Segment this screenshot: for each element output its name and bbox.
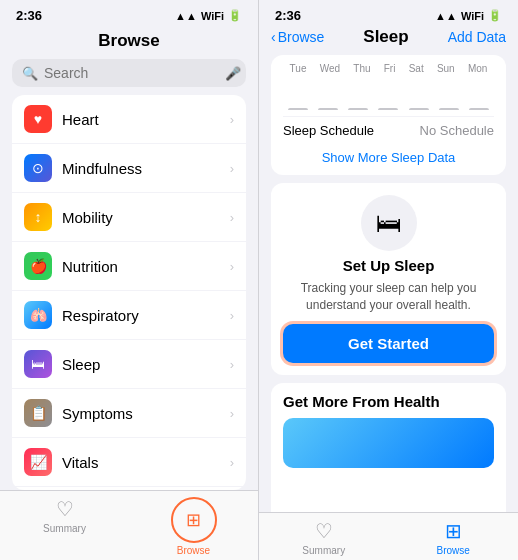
left-time: 2:36 [16,8,42,23]
right-signal-icon: ▲▲ [435,10,457,22]
right-tab-summary[interactable]: ♡ Summary [259,519,389,556]
setup-sleep-card: 🛏 Set Up Sleep Tracking your sleep can h… [271,183,506,375]
bar-tue [288,108,308,110]
sleep-chart-card: Tue Wed Thu Fri Sat Sun Mon Sleep Schedu… [271,55,506,175]
sleep-schedule-row: Sleep Schedule No Schedule [283,116,494,144]
heart-icon: ♥ [24,105,52,133]
get-more-section: Get More From Health [271,383,506,512]
right-browse-tab-icon: ⊞ [445,519,462,543]
nav-item-vitals[interactable]: 📈 Vitals › [12,438,246,487]
mindfulness-icon: ⊙ [24,154,52,182]
nav-label-nutrition: Nutrition [62,258,220,275]
back-button[interactable]: ‹ Browse [271,29,324,45]
tab-browse[interactable]: ⊞ Browse [129,497,258,556]
day-thu: Thu [353,63,370,74]
right-wifi-icon: WiFi [461,10,484,22]
bar-fri [378,108,398,110]
right-status-bar: 2:36 ▲▲ WiFi 🔋 [259,0,518,27]
setup-sleep-description: Tracking your sleep can help you underst… [283,280,494,314]
nutrition-icon: 🍎 [24,252,52,280]
right-tab-bar: ♡ Summary ⊞ Browse [259,512,518,560]
right-page-title: Sleep [363,27,408,47]
add-data-button[interactable]: Add Data [448,29,506,45]
left-status-bar: 2:36 ▲▲ WiFi 🔋 [0,0,258,27]
day-sat: Sat [409,63,424,74]
nav-item-symptoms[interactable]: 📋 Symptoms › [12,389,246,438]
bar-sat [409,108,429,110]
browse-tab-circle: ⊞ [171,497,217,543]
chevron-icon: › [230,112,234,127]
symptoms-icon: 📋 [24,399,52,427]
day-fri: Fri [384,63,396,74]
nav-label-symptoms: Symptoms [62,405,220,422]
right-browse-tab-label: Browse [437,545,470,556]
day-tue: Tue [290,63,307,74]
chevron-icon: › [230,210,234,225]
sleep-schedule-label: Sleep Schedule [283,123,374,138]
bar-thu [348,108,368,110]
nav-label-mobility: Mobility [62,209,220,226]
back-label: Browse [278,29,325,45]
nav-label-mindfulness: Mindfulness [62,160,220,177]
get-more-banner [283,418,494,468]
sleep-schedule-value: No Schedule [420,123,494,138]
nav-item-sleep[interactable]: 🛏 Sleep › [12,340,246,389]
left-tab-bar: ♡ Summary ⊞ Browse [0,490,258,560]
search-bar[interactable]: 🔍 🎤 [12,59,246,87]
nav-label-vitals: Vitals [62,454,220,471]
wifi-icon: WiFi [201,10,224,22]
get-started-button[interactable]: Get Started [283,324,494,363]
chevron-icon: › [230,259,234,274]
right-time: 2:36 [275,8,301,23]
summary-tab-label: Summary [43,523,86,534]
right-summary-tab-label: Summary [302,545,345,556]
show-more-sleep-button[interactable]: Show More Sleep Data [283,144,494,167]
vitals-icon: 📈 [24,448,52,476]
back-chevron-icon: ‹ [271,29,276,45]
chevron-icon: › [230,308,234,323]
day-mon: Mon [468,63,487,74]
mobility-icon: ↕ [24,203,52,231]
tab-summary[interactable]: ♡ Summary [0,497,129,556]
right-panel: 2:36 ▲▲ WiFi 🔋 ‹ Browse Sleep Add Data T… [259,0,518,560]
right-nav-bar: ‹ Browse Sleep Add Data [259,27,518,55]
chart-bars [283,80,494,110]
battery-icon: 🔋 [228,9,242,22]
nav-item-mindfulness[interactable]: ⊙ Mindfulness › [12,144,246,193]
right-tab-browse[interactable]: ⊞ Browse [389,519,519,556]
bar-sun [439,108,459,110]
nav-item-heart[interactable]: ♥ Heart › [12,95,246,144]
right-battery-icon: 🔋 [488,9,502,22]
browse-tab-label: Browse [177,545,210,556]
chevron-icon: › [230,455,234,470]
sleep-bed-icon: 🛏 [361,195,417,251]
right-status-icons: ▲▲ WiFi 🔋 [435,9,502,22]
left-panel: 2:36 ▲▲ WiFi 🔋 Browse 🔍 🎤 ♥ Heart › ⊙ Mi… [0,0,259,560]
chevron-icon: › [230,161,234,176]
bar-wed [318,108,338,110]
search-icon: 🔍 [22,66,38,81]
nav-item-nutrition[interactable]: 🍎 Nutrition › [12,242,246,291]
nav-item-mobility[interactable]: ↕ Mobility › [12,193,246,242]
bar-mon [469,108,489,110]
nav-item-respiratory[interactable]: 🫁 Respiratory › [12,291,246,340]
search-input[interactable] [44,65,219,81]
mic-icon: 🎤 [225,66,241,81]
sleep-icon: 🛏 [24,350,52,378]
right-summary-tab-icon: ♡ [315,519,333,543]
left-page-title: Browse [0,27,258,59]
summary-tab-icon: ♡ [56,497,74,521]
signal-icon: ▲▲ [175,10,197,22]
day-wed: Wed [320,63,340,74]
get-more-title: Get More From Health [283,393,494,410]
browse-tab-icon: ⊞ [186,509,201,531]
chevron-icon: › [230,406,234,421]
chevron-icon: › [230,357,234,372]
respiratory-icon: 🫁 [24,301,52,329]
nav-label-respiratory: Respiratory [62,307,220,324]
day-sun: Sun [437,63,455,74]
day-labels: Tue Wed Thu Fri Sat Sun Mon [283,63,494,74]
nav-label-sleep: Sleep [62,356,220,373]
setup-sleep-title: Set Up Sleep [343,257,435,274]
left-status-icons: ▲▲ WiFi 🔋 [175,9,242,22]
